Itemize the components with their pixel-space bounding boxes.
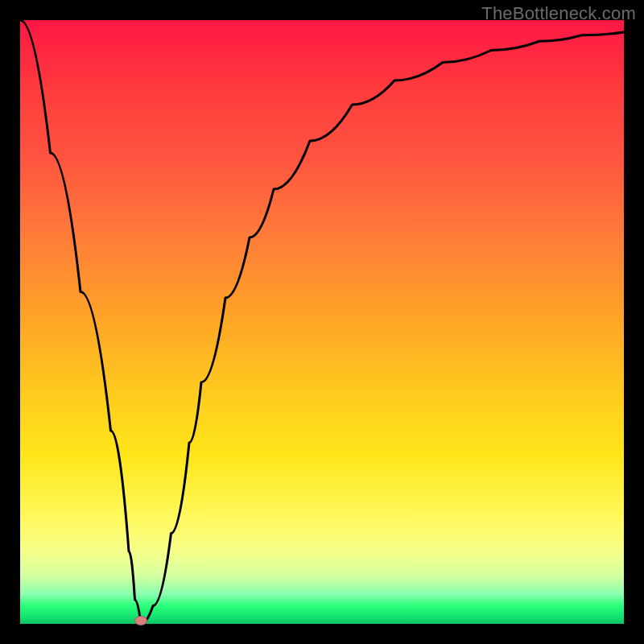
optimum-marker — [134, 616, 147, 625]
watermark-label: TheBottleneck.com — [481, 3, 636, 23]
bottleneck-curve — [20, 20, 624, 624]
watermark-text: TheBottleneck.com — [481, 3, 636, 24]
curve-svg — [20, 20, 624, 624]
chart-canvas — [20, 20, 624, 624]
